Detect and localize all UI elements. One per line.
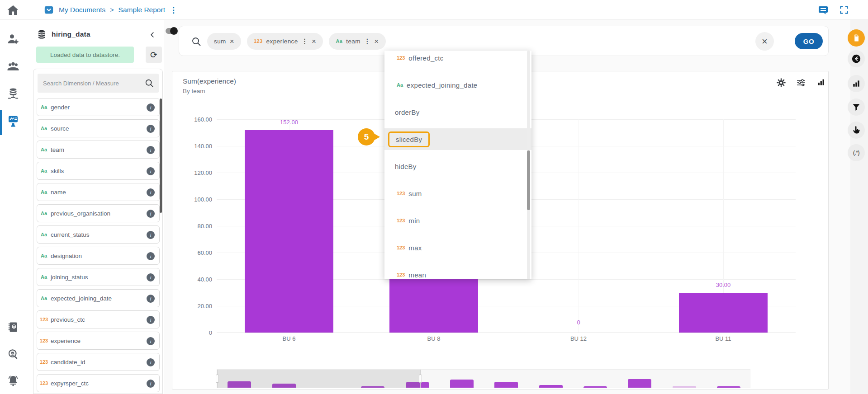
query-input[interactable] bbox=[505, 33, 754, 50]
info-icon[interactable]: i bbox=[147, 358, 155, 366]
regex-tool-button[interactable]: (.*) bbox=[848, 144, 865, 161]
database-icon bbox=[36, 29, 47, 40]
comments-icon[interactable] bbox=[818, 5, 829, 16]
data-search-icon[interactable] bbox=[6, 347, 20, 361]
field-type-prefix: 123 bbox=[37, 338, 51, 343]
chip-team[interactable]: Aateam⋮× bbox=[329, 33, 385, 50]
regex-label: (.*) bbox=[853, 150, 859, 156]
dropdown-item-offered_ctc[interactable]: 123offered_ctc bbox=[384, 51, 531, 69]
storage-card-button[interactable] bbox=[848, 29, 865, 47]
info-icon[interactable]: i bbox=[147, 188, 155, 197]
field-item-candidate_id[interactable]: 123candidate_idi bbox=[37, 353, 160, 371]
field-item-source[interactable]: Aasourcei bbox=[37, 119, 160, 137]
field-item-previous_ctc[interactable]: 123previous_ctci bbox=[37, 310, 160, 328]
field-item-current_status[interactable]: Aacurrent_statusi bbox=[37, 225, 160, 244]
field-item-expyrsper_ctc[interactable]: 123expyrsper_ctci bbox=[37, 374, 160, 392]
info-icon[interactable]: i bbox=[147, 103, 155, 112]
field-item-team[interactable]: Aateami bbox=[37, 141, 160, 159]
search-mode-toggle[interactable] bbox=[166, 28, 176, 34]
field-item-experience[interactable]: 123experiencei bbox=[37, 332, 160, 350]
field-item-gender[interactable]: Aagenderi bbox=[37, 98, 160, 116]
folder-icon[interactable] bbox=[43, 5, 54, 15]
refresh-icon: ⟳ bbox=[150, 50, 157, 60]
bar-BU 6[interactable] bbox=[245, 130, 333, 333]
field-label: current_status bbox=[51, 231, 90, 238]
dropdown-item-max[interactable]: 123max bbox=[384, 237, 531, 258]
info-icon[interactable]: i bbox=[147, 295, 155, 303]
history-back-button[interactable] bbox=[848, 50, 865, 67]
dropdown-item-sum[interactable]: 123sum bbox=[384, 183, 531, 204]
chip-menu-icon[interactable]: ⋮ bbox=[302, 38, 308, 45]
bar-BU 11[interactable] bbox=[679, 293, 768, 333]
field-search-input[interactable] bbox=[43, 74, 138, 93]
chart-navigator bbox=[217, 369, 750, 388]
clear-search-button[interactable]: × bbox=[755, 32, 774, 51]
info-icon[interactable]: i bbox=[147, 167, 155, 175]
dropdown-item-mean[interactable]: 123mean bbox=[384, 264, 531, 279]
fullscreen-icon[interactable] bbox=[839, 5, 850, 16]
navigator-left-handle[interactable] bbox=[216, 375, 219, 383]
dropdown-item-hideBy[interactable]: hideBy bbox=[384, 155, 531, 177]
right-rail: (.*) bbox=[850, 20, 868, 394]
field-item-designation[interactable]: Aadesignationi bbox=[37, 247, 160, 265]
breadcrumb-current[interactable]: Sample Report bbox=[119, 6, 165, 14]
data-catalog-icon[interactable] bbox=[6, 320, 20, 334]
chip-remove-icon[interactable]: × bbox=[230, 38, 234, 45]
field-item-skills[interactable]: Aaskillsi bbox=[37, 162, 160, 180]
y-axis-tick: 80.00 bbox=[172, 223, 212, 230]
chip-sum[interactable]: sum× bbox=[207, 33, 241, 50]
breadcrumb-menu-icon[interactable]: ⋮ bbox=[170, 5, 177, 15]
navigator-right-handle[interactable] bbox=[419, 375, 422, 383]
info-icon[interactable]: i bbox=[147, 380, 155, 388]
field-item-expected_joining_date[interactable]: Aaexpected_joining_datei bbox=[37, 289, 160, 307]
breadcrumb-root[interactable]: My Documents bbox=[59, 6, 105, 14]
breadcrumb: My Documents > Sample Report ⋮ bbox=[43, 0, 177, 20]
field-item-previous_organisation[interactable]: Aaprevious_organisationi bbox=[37, 204, 160, 222]
pointer-tool-button[interactable] bbox=[848, 122, 865, 139]
info-icon[interactable]: i bbox=[147, 337, 155, 345]
dropdown-type-prefix: Aa bbox=[397, 82, 403, 88]
collapse-sidebar-icon[interactable] bbox=[147, 30, 157, 40]
step-badge-pointer bbox=[374, 133, 380, 141]
field-label: source bbox=[51, 125, 69, 132]
dropdown-item-min[interactable]: 123min bbox=[384, 210, 531, 231]
chip-remove-icon[interactable]: × bbox=[374, 38, 379, 45]
teams-icon[interactable] bbox=[6, 60, 20, 73]
user-settings-icon[interactable] bbox=[6, 33, 20, 46]
chart-type-button[interactable] bbox=[848, 75, 865, 92]
notifications-icon[interactable] bbox=[6, 374, 20, 387]
go-button[interactable]: GO bbox=[795, 33, 823, 49]
sidebar-scrollbar[interactable] bbox=[160, 98, 162, 213]
navigator-minibar bbox=[450, 380, 474, 388]
info-icon[interactable]: i bbox=[147, 273, 155, 281]
dropdown-type-prefix: 123 bbox=[397, 55, 405, 61]
chip-remove-icon[interactable]: × bbox=[312, 38, 316, 45]
field-item-joining_status[interactable]: Aajoining_statusi bbox=[37, 268, 160, 286]
search-icon bbox=[144, 78, 154, 88]
refresh-button[interactable]: ⟳ bbox=[146, 47, 162, 63]
filter-button[interactable] bbox=[848, 98, 865, 116]
dropdown-item-expected_joining_date[interactable]: Aaexpected_joining_date bbox=[384, 74, 531, 96]
dropdown-item-orderBy[interactable]: orderBy bbox=[384, 101, 531, 123]
dropdown-scroll-thumb[interactable] bbox=[527, 150, 530, 210]
chevron-down-icon[interactable]: ▾ bbox=[828, 79, 829, 84]
report-builder-icon[interactable] bbox=[6, 114, 20, 128]
navigator-minibar bbox=[717, 386, 740, 388]
info-icon[interactable]: i bbox=[147, 316, 155, 324]
dropdown-item-label: hideBy bbox=[395, 163, 417, 170]
chip-experience[interactable]: 123experience⋮× bbox=[247, 33, 323, 50]
dropdown-item-slicedBy[interactable]: slicedBy bbox=[384, 128, 531, 150]
datastore-icon[interactable] bbox=[6, 87, 20, 100]
info-icon[interactable]: i bbox=[147, 210, 155, 218]
home-icon[interactable] bbox=[6, 4, 20, 17]
dropdown-item-label: slicedBy bbox=[396, 136, 422, 143]
chip-type-prefix: Aa bbox=[336, 38, 342, 44]
field-item-name[interactable]: Aanamei bbox=[37, 183, 160, 201]
info-icon[interactable]: i bbox=[147, 231, 155, 239]
info-icon[interactable]: i bbox=[147, 252, 155, 260]
chip-menu-icon[interactable]: ⋮ bbox=[364, 38, 370, 45]
info-icon[interactable]: i bbox=[147, 125, 155, 133]
navigator-selection[interactable] bbox=[217, 370, 421, 388]
info-icon[interactable]: i bbox=[147, 146, 155, 154]
dropdown-item-label: offered_ctc bbox=[408, 54, 443, 62]
